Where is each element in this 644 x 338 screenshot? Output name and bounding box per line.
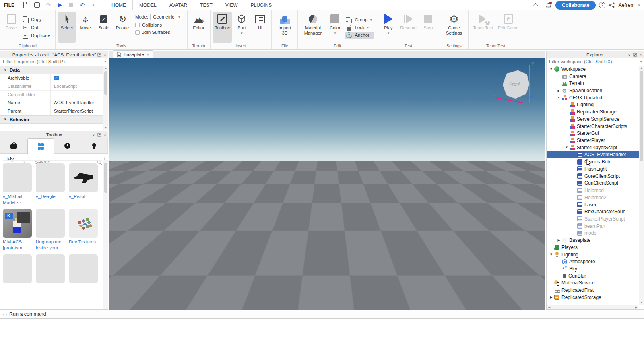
scroll-down-icon[interactable]: ▼ [103, 125, 108, 130]
model-label[interactable]: v_Pistol [69, 194, 98, 200]
join-surfaces-checkbox[interactable]: Join Surfaces [135, 30, 183, 35]
checked-checkbox-icon[interactable]: ✓ [54, 76, 59, 80]
toolbox-model-blank[interactable] [69, 254, 98, 284]
close-icon[interactable]: × [104, 53, 106, 57]
team-test-button[interactable]: Team Test [471, 12, 495, 43]
tree-item-Players[interactable]: Players [547, 244, 639, 251]
quick-access-dropdown[interactable]: ▾ [89, 1, 98, 10]
tree-item-CFGK Updated[interactable]: ▼CFGK Updated [547, 94, 639, 101]
property-row-parent[interactable]: Parent StarterPlayerScript [0, 107, 103, 115]
model-label[interactable]: v_Deagle [36, 194, 65, 200]
scroll-up-icon[interactable]: ▲ [103, 66, 108, 70]
group-button[interactable]: Group▾ [345, 16, 374, 23]
tab-plugins[interactable]: PLUGINS [244, 0, 278, 10]
tree-item-StarterGui[interactable]: StarterGui [547, 130, 639, 137]
tree-item-Holomod2[interactable]: Holomod2 [547, 194, 639, 201]
exit-game-button[interactable]: Exit Game [496, 12, 520, 43]
model-thumbnail[interactable] [36, 163, 65, 192]
move-tool-button[interactable]: Move [76, 12, 94, 43]
game-settings-button[interactable]: Game Settings [442, 12, 466, 43]
model-label[interactable]: Dev Textures [69, 239, 98, 245]
property-row-classname[interactable]: ClassName LocalScript [0, 82, 103, 91]
toolbox-model-v_Pistol[interactable]: v_Pistol [69, 163, 98, 206]
paste-button[interactable]: Paste [2, 12, 20, 43]
collaborate-button[interactable]: Collaborate [555, 1, 596, 10]
new-file-button[interactable] [21, 1, 31, 10]
command-bar[interactable]: ⋮⋮ [0, 310, 644, 319]
close-icon[interactable]: × [147, 52, 149, 57]
redo-button[interactable]: ↷ [43, 1, 53, 10]
notifications-button[interactable] [545, 2, 552, 9]
model-label[interactable]: K.M.ACS [prototype [3, 239, 32, 251]
chevron-down-icon[interactable]: ∨ [92, 53, 95, 57]
model-label[interactable]: Ungroup me inside your [36, 239, 65, 251]
tab-test[interactable]: TEST [194, 0, 219, 10]
tree-item-Sky[interactable]: Sky [547, 265, 639, 272]
float-panel-icon[interactable] [97, 133, 101, 137]
tree-item-ServerScriptService[interactable]: ServerScriptService [547, 115, 639, 123]
help-button[interactable]: ? [599, 2, 605, 8]
toolbox-tab-marketplace[interactable] [0, 138, 27, 153]
expander-open-icon[interactable]: ▼ [548, 253, 554, 256]
ui-button[interactable]: UI [251, 12, 269, 43]
tree-item-StarterPlayer[interactable]: StarterPlayer [547, 137, 639, 144]
share-icon[interactable] [609, 2, 615, 8]
model-thumbnail[interactable] [36, 209, 65, 238]
toolbox-model-Dev Textures[interactable]: Dev Textures [69, 209, 98, 251]
tree-item-StarterPlayerScript[interactable]: ▼StarterPlayerScript [547, 144, 639, 151]
model-label[interactable]: v_Mikhail Model.··· [3, 194, 32, 206]
float-panel-icon[interactable] [633, 53, 637, 57]
toolbox-tab-inventory[interactable] [27, 138, 55, 154]
explorer-hscrollbar[interactable]: ◀ ▶ [547, 305, 638, 309]
section-behavior[interactable]: ▼Behavior [0, 115, 103, 124]
model-thumbnail[interactable] [36, 254, 65, 283]
tree-item-Baseplate[interactable]: ▶Baseplate [547, 237, 639, 244]
scrollbar-thumb[interactable] [104, 71, 107, 95]
explorer-filter[interactable]: ▾ [547, 58, 644, 65]
toolbox-header[interactable]: Toolbox ∨ × [0, 131, 108, 138]
viewport-3d[interactable]: Front Y X [109, 58, 545, 310]
close-icon[interactable]: × [640, 53, 642, 57]
toolbox-tab-creations[interactable] [81, 138, 108, 153]
play-quick-button[interactable] [55, 1, 64, 10]
stop-quick-button[interactable] [66, 1, 76, 10]
tree-item-CameraBob[interactable]: CameraBob [547, 158, 639, 165]
expander-open-icon[interactable]: ▼ [548, 67, 554, 71]
stop-button[interactable]: Stop [419, 12, 437, 43]
doc-tab-baseplate[interactable]: Baseplate × [113, 50, 153, 58]
expander-closed-icon[interactable]: ▶ [556, 89, 562, 93]
tree-item-MaterialService[interactable]: MaterialService [547, 280, 639, 287]
toolbox-model-Ungroup me inside your[interactable]: Ungroup me inside your [36, 209, 65, 251]
lock-button[interactable]: Lock▾ [345, 24, 374, 31]
scroll-down-icon[interactable]: ▼ [639, 300, 644, 305]
chevron-down-icon[interactable]: ∨ [92, 133, 95, 137]
tree-item-GunClientScript[interactable]: GunClientScript [547, 180, 639, 187]
tree-item-ReplicatedFirst[interactable]: ReplicatedFirst [547, 286, 639, 294]
expander-closed-icon[interactable]: ▶ [556, 239, 562, 242]
scrollbar-thumb[interactable] [104, 163, 107, 193]
scroll-right-icon[interactable]: ▶ [634, 305, 638, 309]
toolbox-model-K.M.ACS [prototype[interactable]: K.M.ACS [prototype [3, 209, 32, 251]
explorer-vscrollbar[interactable]: ▲ ▼ [639, 66, 644, 305]
float-panel-icon[interactable] [97, 53, 101, 57]
properties-filter[interactable]: ▾ [0, 58, 108, 65]
tree-item-GunBlur[interactable]: GunBlur [547, 272, 639, 280]
expander-open-icon[interactable]: ▼ [564, 146, 570, 149]
scrollbar-thumb[interactable] [640, 71, 643, 161]
undo-button[interactable]: ↶ [77, 1, 87, 10]
toolbox-model-v_Mikhail Model.···[interactable]: v_Mikhail Model.··· [3, 163, 32, 206]
collapse-ribbon-button[interactable] [531, 1, 541, 10]
expander-closed-icon[interactable]: ▶ [548, 295, 554, 299]
properties-scrollbar[interactable]: ▲ ▼ [103, 66, 108, 130]
tree-item-Lighting[interactable]: Lighting [547, 101, 639, 109]
part-button[interactable]: Part ▾ [233, 12, 250, 43]
expander-open-icon[interactable]: ▼ [556, 96, 562, 99]
tree-item-ReplicatedStorage[interactable]: ▶ReplicatedStorage [547, 294, 639, 301]
select-tool-button[interactable]: Select [58, 12, 76, 43]
tab-view[interactable]: VIEW [219, 0, 244, 10]
cut-button[interactable]: ✂Cut [21, 24, 53, 31]
scroll-left-icon[interactable]: ◀ [547, 305, 551, 309]
import-3d-button[interactable]: Import 3D [274, 12, 295, 43]
tree-item-Holomod[interactable]: Holomod [547, 187, 639, 194]
tab-home[interactable]: HOME [105, 0, 133, 10]
